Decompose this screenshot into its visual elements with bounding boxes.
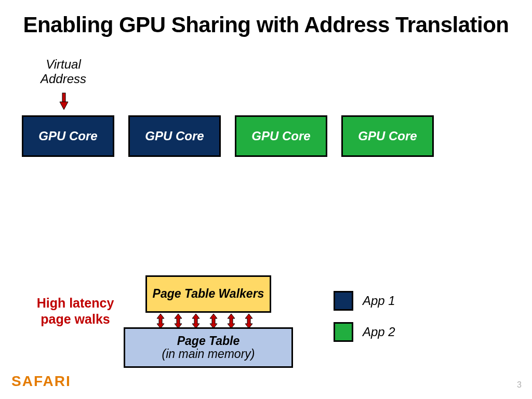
- high-latency-note: High latency page walks: [21, 295, 130, 328]
- legend-label-app1: App 1: [363, 294, 395, 308]
- virtual-address-label: Virtual Address: [37, 57, 89, 86]
- svg-marker-1: [60, 102, 68, 110]
- down-arrow-icon: [59, 92, 69, 111]
- svg-marker-4: [192, 314, 200, 328]
- slide-title: Enabling GPU Sharing with Address Transl…: [0, 12, 532, 37]
- gpu-cores-row: GPU Core GPU Core GPU Core GPU Core: [22, 115, 434, 157]
- page-table-box: Page Table (in main memory): [124, 327, 293, 368]
- gpu-core-3: GPU Core: [235, 115, 327, 157]
- double-arrow-icon: [191, 314, 201, 328]
- legend-swatch-app2: [334, 322, 353, 342]
- svg-rect-0: [62, 93, 65, 102]
- gpu-core-1: GPU Core: [22, 115, 114, 157]
- gpu-core-2: GPU Core: [128, 115, 221, 157]
- svg-marker-5: [210, 314, 217, 328]
- page-table-subtitle: (in main memory): [162, 348, 255, 361]
- page-number: 3: [517, 380, 522, 390]
- double-arrow-icon: [209, 314, 218, 328]
- svg-marker-2: [157, 314, 164, 328]
- svg-marker-3: [175, 314, 182, 328]
- slide: Enabling GPU Sharing with Address Transl…: [0, 0, 532, 399]
- double-arrow-icon: [244, 314, 254, 328]
- double-arrow-icon: [156, 314, 165, 328]
- legend-row-app2: App 2: [334, 322, 395, 342]
- legend: App 1 App 2: [334, 291, 395, 353]
- svg-marker-7: [245, 314, 252, 328]
- page-table-title: Page Table: [177, 335, 240, 348]
- page-table-walkers-box: Page Table Walkers: [145, 275, 271, 313]
- double-arrow-icon: [227, 314, 236, 328]
- legend-row-app1: App 1: [334, 291, 395, 311]
- gpu-core-4: GPU Core: [341, 115, 434, 157]
- svg-marker-6: [228, 314, 235, 328]
- double-arrow-icon: [174, 314, 183, 328]
- legend-label-app2: App 2: [363, 325, 395, 339]
- legend-swatch-app1: [334, 291, 353, 311]
- brand-logo: SAFARI: [11, 373, 71, 390]
- double-arrows-row: [156, 314, 254, 328]
